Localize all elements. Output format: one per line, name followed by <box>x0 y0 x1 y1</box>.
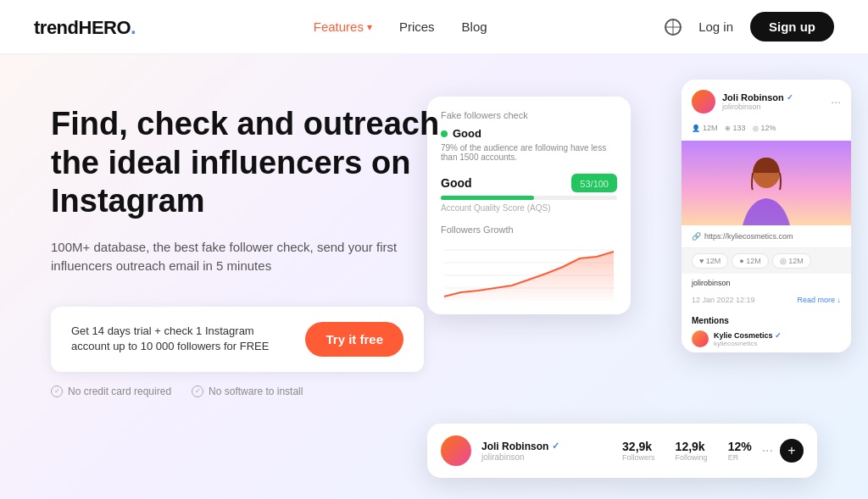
mention-name: Kylie Cosmetics ✓ <box>714 331 782 340</box>
mention-verified: ✓ <box>775 331 782 340</box>
bottom-actions: ··· + <box>762 439 804 463</box>
er-icon: ◎ <box>753 125 759 132</box>
stat-er-count: 12% ER <box>728 440 752 462</box>
mention-info: Kylie Cosmetics ✓ kyliecosmetics <box>714 331 782 347</box>
bottom-name: Joli Robinson ✓ <box>481 441 612 452</box>
score-bar-label: Account Quality Score (AQS) <box>441 203 617 213</box>
navbar: trendHERO. Features Prices Blog Log in S… <box>0 0 868 54</box>
er-label: ER <box>728 453 752 462</box>
bottom-info: Joli Robinson ✓ jolirabinson <box>481 441 612 462</box>
logo-dot: . <box>131 15 136 38</box>
following-label: Following <box>676 453 708 462</box>
read-more-link[interactable]: Read more ↓ <box>797 296 841 304</box>
try-free-button[interactable]: Try it free <box>305 322 403 357</box>
followers-label: Followers <box>622 453 655 462</box>
status-text: Good <box>453 127 481 140</box>
logo-text-start: trend <box>34 17 79 38</box>
profile-stats: 👤 12M ⊕ 133 ◎ 12% <box>682 124 851 141</box>
score-bar <box>441 196 617 200</box>
trust-text-2: No software to install <box>209 385 303 397</box>
profile-image <box>682 141 851 225</box>
cta-text: Get 14 days trial + check 1 Instagram ac… <box>71 324 292 354</box>
nav-blog[interactable]: Blog <box>462 19 487 34</box>
followers-icon: 👤 <box>692 125 700 132</box>
cta-box: Get 14 days trial + check 1 Instagram ac… <box>51 307 424 372</box>
hero-section: Find, check and outreach the ideal influ… <box>0 54 868 499</box>
score-badge: 53/100 <box>571 174 617 192</box>
bottom-more-icon[interactable]: ··· <box>762 443 773 458</box>
verified-badge: ✓ <box>787 93 793 102</box>
score-good-label: Good <box>441 176 472 190</box>
mentions-label: Mentions <box>692 316 841 325</box>
hero-headline: Find, check and outreach the ideal influ… <box>51 105 441 221</box>
stat-following: ⊕ 133 <box>725 124 746 132</box>
add-button[interactable]: + <box>780 439 804 463</box>
nav-links: Features Prices Blog <box>314 19 487 34</box>
profile-bio: jolirobinson <box>682 274 851 292</box>
profile-handle: jolirobinson <box>722 103 831 111</box>
profile-image-svg <box>682 141 851 225</box>
bottom-avatar <box>441 435 471 466</box>
bottom-stats: 32,9k Followers 12,9k Following 12% ER <box>622 440 752 462</box>
er-value: 12% <box>728 440 752 453</box>
logo[interactable]: trendHERO. <box>34 15 136 39</box>
link-icon: 🔗 <box>692 232 701 241</box>
status-row: Good <box>441 127 617 140</box>
mention-avatar <box>692 330 709 347</box>
hero-left: Find, check and outreach the ideal influ… <box>0 54 441 499</box>
trust-text-1: No credit card required <box>68 385 171 397</box>
profile-header: Joli Robinson ✓ jolirobinson ··· <box>682 80 851 124</box>
bottom-handle: jolirabinson <box>481 452 612 462</box>
following-icon: ⊕ <box>725 125 731 132</box>
trust-badges: ✓ No credit card required ✓ No software … <box>51 385 441 397</box>
hero-subtext: 100M+ database, the best fake follower c… <box>51 238 424 276</box>
green-dot-icon <box>441 130 448 137</box>
stat-following-count: 12,9k Following <box>676 440 708 462</box>
analytics-card: Fake followers check Good 79% of the aud… <box>427 97 631 314</box>
language-icon[interactable] <box>665 19 682 36</box>
action-likes[interactable]: ♥ 12M <box>692 253 728 269</box>
profile-card: Joli Robinson ✓ jolirobinson ··· 👤 12M ⊕… <box>682 80 851 352</box>
trust-badge-2: ✓ No software to install <box>192 385 303 397</box>
nav-prices[interactable]: Prices <box>399 19 435 34</box>
score-bar-fill <box>441 196 534 200</box>
signup-button[interactable]: Sign up <box>750 12 834 42</box>
more-options-icon[interactable]: ··· <box>831 95 841 108</box>
profile-avatar <box>692 90 715 114</box>
score-value: 53 <box>580 179 590 189</box>
hero-visuals: Fake followers check Good 79% of the aud… <box>410 80 851 495</box>
bottom-profile-card: Joli Robinson ✓ jolirabinson 32,9k Follo… <box>427 424 817 478</box>
login-button[interactable]: Log in <box>698 19 733 34</box>
growth-chart <box>441 241 617 301</box>
fake-check-label: Fake followers check <box>441 110 617 120</box>
trust-badge-1: ✓ No credit card required <box>51 385 171 397</box>
profile-url: 🔗 https://kyliecosmetics.com <box>682 225 851 248</box>
action-comments[interactable]: ◎ 12M <box>772 253 811 269</box>
followers-growth-label: Followers Growth <box>441 225 617 235</box>
nav-right: Log in Sign up <box>665 12 834 42</box>
mention-item: Kylie Cosmetics ✓ kyliecosmetics <box>692 330 841 347</box>
check-icon-1: ✓ <box>51 385 63 397</box>
logo-text-end: HERO <box>79 17 131 38</box>
score-row: Good 53/100 <box>441 174 617 192</box>
profile-actions: ♥ 12M ● 12M ◎ 12M <box>682 248 851 274</box>
stat-followers: 👤 12M <box>692 124 718 132</box>
followers-value: 32,9k <box>622 440 655 453</box>
profile-info: Joli Robinson ✓ jolirobinson <box>722 92 831 111</box>
bottom-verified: ✓ <box>552 441 559 452</box>
status-desc: 79% of the audience are following have l… <box>441 143 617 162</box>
mentions-section: Mentions Kylie Cosmetics ✓ kyliecosmetic… <box>682 311 851 352</box>
stat-followers-count: 32,9k Followers <box>622 440 655 462</box>
mention-handle: kyliecosmetics <box>714 340 782 347</box>
nav-features[interactable]: Features <box>314 19 372 34</box>
stat-er: ◎ 12% <box>753 124 776 132</box>
following-value: 12,9k <box>676 440 708 453</box>
score-max: /100 <box>591 179 609 189</box>
chart-svg <box>441 241 617 301</box>
profile-date: 12 Jan 2022 12:19 Read more ↓ <box>682 292 851 311</box>
profile-name: Joli Robinson ✓ <box>722 92 831 103</box>
action-views[interactable]: ● 12M <box>732 253 768 269</box>
check-icon-2: ✓ <box>192 385 203 397</box>
